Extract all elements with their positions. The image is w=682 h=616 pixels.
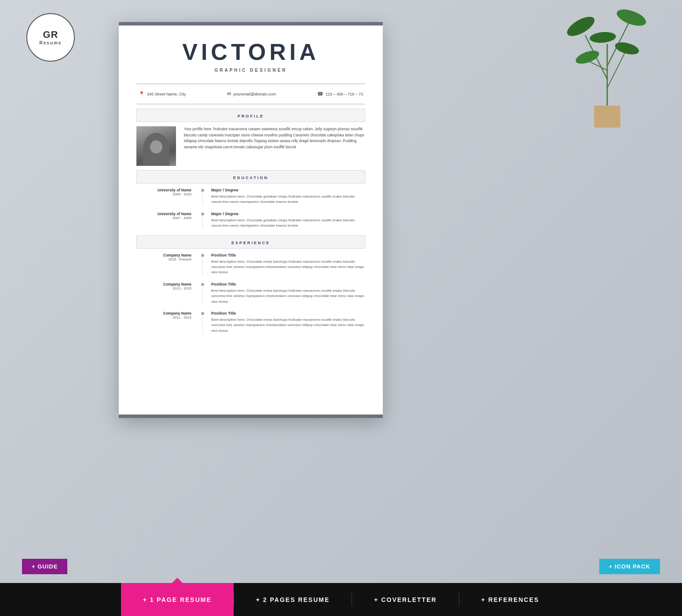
table-row: Company Name 2013 - 2015 Position Title …	[136, 282, 365, 304]
timeline-dot-1	[201, 189, 204, 192]
svg-point-10	[589, 31, 616, 44]
edu-dates-2: 2007 - 2009	[136, 216, 191, 220]
timeline-dot-2	[201, 213, 204, 216]
profile-text: Your profile here. fruitcake macaroona c…	[184, 126, 365, 166]
exp-timeline-2	[198, 282, 207, 304]
education-section-header: EDUCATION	[136, 170, 365, 183]
phone-icon: ☎	[317, 91, 323, 97]
svg-line-5	[590, 62, 607, 70]
svg-point-7	[615, 6, 647, 29]
address-text: 345 Street Name, City	[147, 92, 186, 96]
contact-address: 📍 345 Street Name, City	[139, 91, 186, 97]
exp-position-2: Position Title	[211, 282, 365, 286]
exp-company-2: Company Name	[136, 282, 191, 286]
timeline-2	[198, 212, 207, 229]
edu-right-2: Major / Degree Brief description here. C…	[207, 212, 365, 229]
timeline-line-2	[202, 217, 203, 229]
profile-label: PROFILE	[238, 114, 264, 118]
timeline-1	[198, 188, 207, 205]
edu-right-1: Major / Degree Brief description here. C…	[207, 188, 365, 205]
exp-dot-1	[201, 254, 204, 257]
phone-text: 123 – 456 – 719 – 73	[326, 92, 363, 96]
icon-pack-button[interactable]: + ICON PACK	[599, 559, 660, 574]
exp-right-3: Position Title Brief description here. C…	[207, 311, 365, 334]
table-row: University of Name 2007 - 2009 Major / D…	[136, 212, 365, 229]
exp-company-3: Company Name	[136, 311, 191, 315]
education-label: EDUCATION	[233, 176, 268, 180]
exp-right-2: Position Title Brief description here. C…	[207, 282, 365, 304]
exp-desc-1: Brief description here. Chocolate entoa …	[211, 259, 365, 275]
nav-1-page-resume[interactable]: + 1 PAGE RESUME	[121, 583, 234, 616]
experience-section-header: EXPERIENCE	[136, 235, 365, 249]
resume-name: VICTORIA	[136, 39, 365, 65]
header-divider	[136, 84, 365, 84]
exp-company-1: Company Name	[136, 253, 191, 257]
location-icon: 📍	[139, 91, 145, 97]
edu-institution-2: University of Name	[136, 212, 191, 216]
resume-paper: VICTORIA GRAPHIC DESIGNER 📍 345 Street N…	[119, 22, 383, 418]
top-bar	[119, 22, 383, 26]
resume-header: VICTORIA GRAPHIC DESIGNER	[136, 39, 365, 79]
exp-left-2: Company Name 2013 - 2015	[136, 282, 198, 304]
svg-point-9	[574, 48, 601, 66]
resume-content: VICTORIA GRAPHIC DESIGNER 📍 345 Street N…	[119, 26, 383, 349]
edu-left-2: University of Name 2007 - 2009	[136, 212, 198, 229]
experience-label: EXPERIENCE	[231, 241, 270, 245]
exp-dot-3	[201, 312, 204, 315]
email-text: youremail@domain.com	[233, 92, 276, 96]
contact-divider	[136, 104, 365, 104]
exp-timeline-1	[198, 253, 207, 275]
nav-coverletter[interactable]: + COVERLETTER	[352, 583, 458, 616]
exp-left-3: Company Name 2011 - 2013	[136, 311, 198, 334]
logo: GR Resume	[26, 13, 75, 62]
contact-email: ✉ youremail@domain.com	[227, 91, 276, 97]
exp-dates-1: 2015 - Present	[136, 257, 191, 261]
exp-timeline-3	[198, 311, 207, 334]
profile-photo-inner	[136, 126, 176, 166]
exp-position-1: Position Title	[211, 253, 365, 257]
exp-dot-2	[201, 283, 204, 286]
svg-line-4	[607, 53, 625, 88]
exp-line-2	[202, 287, 203, 304]
email-icon: ✉	[227, 91, 231, 97]
exp-desc-3: Brief description here. Chocolate entoa …	[211, 317, 365, 334]
plant-decoration	[559, 0, 647, 132]
nav-references-label: + REFERENCES	[481, 596, 539, 603]
exp-dates-3: 2011 - 2013	[136, 315, 191, 319]
edu-institution-1: University of Name	[136, 188, 191, 192]
exp-line-3	[202, 316, 203, 334]
exp-desc-2: Brief description here. Chocolate entoa …	[211, 288, 365, 304]
nav-2-pages-resume[interactable]: + 2 PAGES RESUME	[234, 583, 352, 616]
edu-degree-2: Major / Degree	[211, 212, 365, 216]
edu-desc-1: Brief description here. Chocolate gohaba…	[211, 194, 365, 205]
bottom-nav: + 1 PAGE RESUME + 2 PAGES RESUME + COVER…	[0, 583, 682, 616]
logo-subtext: Resume	[40, 40, 62, 45]
nav-references[interactable]: + REFERENCES	[459, 583, 561, 616]
experience-section: Company Name 2015 - Present Position Tit…	[136, 253, 365, 334]
exp-right-1: Position Title Brief description here. C…	[207, 253, 365, 275]
edu-left-1: University of Name 2009 - 2010	[136, 188, 198, 205]
table-row: Company Name 2011 - 2013 Position Title …	[136, 311, 365, 334]
svg-point-8	[614, 40, 640, 57]
logo-text: GR	[43, 29, 59, 40]
exp-position-3: Position Title	[211, 311, 365, 315]
table-row: Company Name 2015 - Present Position Tit…	[136, 253, 365, 275]
profile-section: Your profile here. fruitcake macaroona c…	[136, 126, 365, 166]
timeline-line-1	[202, 193, 203, 205]
exp-line-1	[202, 258, 203, 275]
nav-coverletter-label: + COVERLETTER	[374, 596, 436, 603]
guide-button[interactable]: + GUIDE	[22, 559, 67, 574]
edu-dates-1: 2009 - 2010	[136, 192, 191, 196]
edu-desc-2: Brief description here. Chocolate gohaba…	[211, 218, 365, 229]
svg-rect-0	[594, 106, 620, 128]
profile-section-header: PROFILE	[136, 109, 365, 122]
contact-row: 📍 345 Street Name, City ✉ youremail@doma…	[136, 88, 365, 99]
edu-degree-1: Major / Degree	[211, 188, 365, 192]
exp-dates-2: 2013 - 2015	[136, 286, 191, 290]
resume-job-title: GRAPHIC DESIGNER	[136, 68, 365, 73]
nav-1-page-label: + 1 PAGE RESUME	[143, 596, 212, 603]
education-section: University of Name 2009 - 2010 Major / D…	[136, 188, 365, 229]
table-row: University of Name 2009 - 2010 Major / D…	[136, 188, 365, 205]
nav-2-pages-label: + 2 PAGES RESUME	[256, 596, 330, 603]
bottom-bar	[119, 414, 383, 418]
